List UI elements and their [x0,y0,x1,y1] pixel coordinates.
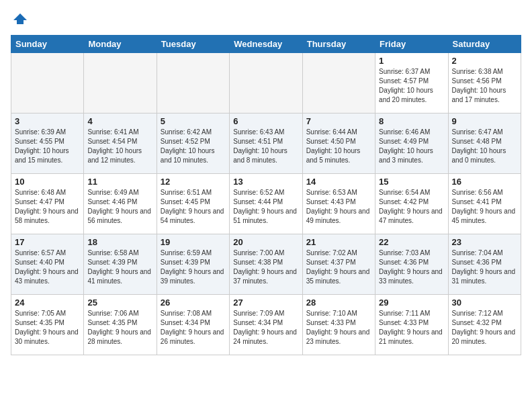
calendar-cell: 10Sunrise: 6:48 AM Sunset: 4:47 PM Dayli… [11,174,84,234]
day-info: Sunrise: 6:58 AM Sunset: 4:39 PM Dayligh… [87,248,152,286]
day-info: Sunrise: 6:52 AM Sunset: 4:44 PM Dayligh… [233,188,298,226]
day-number: 21 [306,237,371,247]
calendar-cell [157,53,229,113]
day-number: 9 [452,116,517,126]
day-number: 14 [306,177,371,187]
day-info: Sunrise: 6:38 AM Sunset: 4:56 PM Dayligh… [452,67,517,105]
day-number: 12 [161,177,226,187]
svg-marker-0 [13,13,27,24]
calendar-cell: 21Sunrise: 7:02 AM Sunset: 4:37 PM Dayli… [302,234,375,295]
calendar-cell: 4Sunrise: 6:41 AM Sunset: 4:54 PM Daylig… [84,113,157,174]
calendar-cell: 15Sunrise: 6:54 AM Sunset: 4:42 PM Dayli… [375,174,448,234]
day-info: Sunrise: 6:49 AM Sunset: 4:46 PM Dayligh… [87,188,152,226]
calendar-cell: 24Sunrise: 7:05 AM Sunset: 4:35 PM Dayli… [11,295,84,355]
day-number: 6 [233,116,298,126]
day-info: Sunrise: 6:56 AM Sunset: 4:41 PM Dayligh… [452,188,517,226]
day-info: Sunrise: 7:06 AM Sunset: 4:35 PM Dayligh… [87,309,152,347]
calendar-cell: 22Sunrise: 7:03 AM Sunset: 4:36 PM Dayli… [375,234,448,295]
calendar-cell: 27Sunrise: 7:09 AM Sunset: 4:34 PM Dayli… [230,295,302,355]
day-number: 1 [379,56,444,66]
day-info: Sunrise: 6:51 AM Sunset: 4:45 PM Dayligh… [161,188,226,226]
calendar-cell: 28Sunrise: 7:10 AM Sunset: 4:33 PM Dayli… [302,295,375,355]
calendar-cell: 5Sunrise: 6:42 AM Sunset: 4:52 PM Daylig… [157,113,229,174]
day-number: 4 [87,116,152,126]
calendar-cell: 29Sunrise: 7:11 AM Sunset: 4:33 PM Dayli… [375,295,448,355]
day-info: Sunrise: 6:37 AM Sunset: 4:57 PM Dayligh… [379,67,444,105]
calendar-week-row: 3Sunrise: 6:39 AM Sunset: 4:55 PM Daylig… [11,113,521,174]
day-info: Sunrise: 7:09 AM Sunset: 4:34 PM Dayligh… [233,309,298,347]
weekday-header: Wednesday [230,36,302,53]
day-number: 16 [452,177,517,187]
day-number: 3 [15,116,80,126]
calendar-cell: 25Sunrise: 7:06 AM Sunset: 4:35 PM Dayli… [84,295,157,355]
page: SundayMondayTuesdayWednesdayThursdayFrid… [0,0,532,366]
day-info: Sunrise: 6:46 AM Sunset: 4:49 PM Dayligh… [379,128,444,165]
calendar-cell: 7Sunrise: 6:44 AM Sunset: 4:50 PM Daylig… [302,113,375,174]
day-info: Sunrise: 6:48 AM Sunset: 4:47 PM Dayligh… [15,188,80,226]
day-number: 24 [15,298,80,308]
calendar-cell: 26Sunrise: 7:08 AM Sunset: 4:34 PM Dayli… [157,295,229,355]
day-info: Sunrise: 6:43 AM Sunset: 4:51 PM Dayligh… [233,128,298,165]
calendar-week-row: 24Sunrise: 7:05 AM Sunset: 4:35 PM Dayli… [11,295,521,355]
calendar-cell: 2Sunrise: 6:38 AM Sunset: 4:56 PM Daylig… [448,53,521,113]
day-number: 10 [15,177,80,187]
day-info: Sunrise: 6:42 AM Sunset: 4:52 PM Dayligh… [161,128,226,165]
header [11,11,521,27]
day-number: 15 [379,177,444,187]
day-info: Sunrise: 7:11 AM Sunset: 4:33 PM Dayligh… [379,309,444,347]
weekday-header: Sunday [11,36,84,53]
day-number: 13 [233,177,298,187]
day-info: Sunrise: 6:39 AM Sunset: 4:55 PM Dayligh… [15,128,80,165]
day-info: Sunrise: 7:04 AM Sunset: 4:36 PM Dayligh… [452,248,517,286]
logo [11,11,30,27]
calendar-header-row: SundayMondayTuesdayWednesdayThursdayFrid… [11,36,521,53]
day-number: 18 [87,237,152,247]
day-number: 29 [379,298,444,308]
calendar: SundayMondayTuesdayWednesdayThursdayFrid… [11,35,521,355]
day-info: Sunrise: 7:03 AM Sunset: 4:36 PM Dayligh… [379,248,444,286]
calendar-cell [302,53,375,113]
logo-icon [12,11,28,27]
day-number: 17 [15,237,80,247]
day-number: 2 [452,56,517,66]
calendar-cell: 14Sunrise: 6:53 AM Sunset: 4:43 PM Dayli… [302,174,375,234]
day-info: Sunrise: 6:53 AM Sunset: 4:43 PM Dayligh… [306,188,371,226]
calendar-cell: 17Sunrise: 6:57 AM Sunset: 4:40 PM Dayli… [11,234,84,295]
day-info: Sunrise: 6:44 AM Sunset: 4:50 PM Dayligh… [306,128,371,165]
day-info: Sunrise: 7:05 AM Sunset: 4:35 PM Dayligh… [15,309,80,347]
day-info: Sunrise: 6:47 AM Sunset: 4:48 PM Dayligh… [452,128,517,165]
day-info: Sunrise: 6:54 AM Sunset: 4:42 PM Dayligh… [379,188,444,226]
day-info: Sunrise: 6:59 AM Sunset: 4:39 PM Dayligh… [161,248,226,286]
calendar-cell: 13Sunrise: 6:52 AM Sunset: 4:44 PM Dayli… [230,174,302,234]
day-info: Sunrise: 7:12 AM Sunset: 4:32 PM Dayligh… [452,309,517,347]
calendar-week-row: 17Sunrise: 6:57 AM Sunset: 4:40 PM Dayli… [11,234,521,295]
calendar-cell: 30Sunrise: 7:12 AM Sunset: 4:32 PM Dayli… [448,295,521,355]
day-number: 22 [379,237,444,247]
weekday-header: Friday [375,36,448,53]
calendar-cell: 3Sunrise: 6:39 AM Sunset: 4:55 PM Daylig… [11,113,84,174]
calendar-cell: 20Sunrise: 7:00 AM Sunset: 4:38 PM Dayli… [230,234,302,295]
weekday-header: Monday [84,36,157,53]
day-number: 20 [233,237,298,247]
day-number: 7 [306,116,371,126]
day-number: 26 [161,298,226,308]
weekday-header: Thursday [302,36,375,53]
calendar-cell [230,53,302,113]
day-number: 25 [87,298,152,308]
logo-area [11,11,30,27]
calendar-cell [11,53,84,113]
day-number: 28 [306,298,371,308]
day-number: 11 [87,177,152,187]
calendar-cell: 23Sunrise: 7:04 AM Sunset: 4:36 PM Dayli… [448,234,521,295]
calendar-cell: 11Sunrise: 6:49 AM Sunset: 4:46 PM Dayli… [84,174,157,234]
calendar-cell: 16Sunrise: 6:56 AM Sunset: 4:41 PM Dayli… [448,174,521,234]
calendar-cell [84,53,157,113]
day-info: Sunrise: 7:00 AM Sunset: 4:38 PM Dayligh… [233,248,298,286]
day-number: 23 [452,237,517,247]
calendar-cell: 8Sunrise: 6:46 AM Sunset: 4:49 PM Daylig… [375,113,448,174]
calendar-cell: 1Sunrise: 6:37 AM Sunset: 4:57 PM Daylig… [375,53,448,113]
calendar-week-row: 1Sunrise: 6:37 AM Sunset: 4:57 PM Daylig… [11,53,521,113]
day-info: Sunrise: 6:57 AM Sunset: 4:40 PM Dayligh… [15,248,80,286]
day-number: 27 [233,298,298,308]
day-number: 30 [452,298,517,308]
